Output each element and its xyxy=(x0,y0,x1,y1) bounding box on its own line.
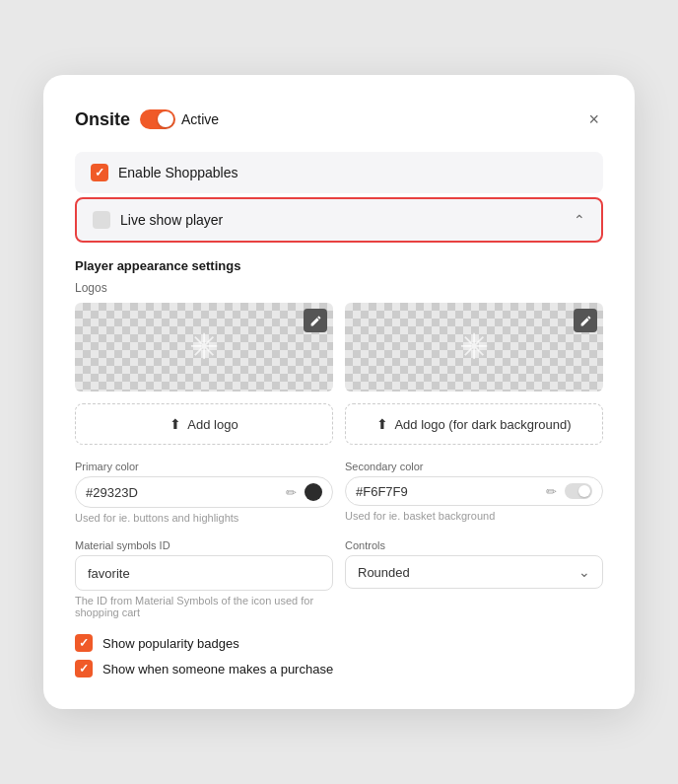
show-popularity-row[interactable]: Show popularity badges xyxy=(75,634,603,652)
controls-value: Rounded xyxy=(358,565,410,580)
controls-field: Controls Rounded ⌄ xyxy=(345,539,603,618)
show-purchase-checkbox[interactable] xyxy=(75,660,93,677)
show-popularity-checkbox[interactable] xyxy=(75,634,93,652)
add-logo-dark-label: Add logo (for dark background) xyxy=(394,417,571,432)
primary-color-label: Primary color xyxy=(75,461,333,472)
live-show-player-row[interactable]: Live show player ⌃ xyxy=(75,197,603,243)
edit-logo-light-button[interactable] xyxy=(304,309,327,332)
pencil-icon-secondary: ✏ xyxy=(546,484,557,499)
checkboxes-section: Show popularity badges Show when someone… xyxy=(75,634,603,677)
modal: Onsite Active × Enable Shoppables Live s… xyxy=(43,75,635,709)
modal-title: Onsite xyxy=(75,109,130,130)
show-popularity-label: Show popularity badges xyxy=(102,636,239,651)
settings-title: Player appearance settings xyxy=(75,258,603,273)
upload-icon: ⬆ xyxy=(170,416,181,432)
enable-shoppables-label: Enable Shoppables xyxy=(118,165,587,180)
material-symbols-label: Material symbols ID xyxy=(75,539,333,551)
add-logo-label: Add logo xyxy=(187,417,237,432)
active-toggle[interactable]: Active xyxy=(140,109,219,129)
upload-dark-icon: ⬆ xyxy=(376,416,388,432)
header-left: Onsite Active xyxy=(75,109,219,130)
secondary-color-label: Secondary color xyxy=(345,461,603,472)
secondary-color-hint: Used for ie. basket background xyxy=(345,510,603,522)
toggle-mini-thumb xyxy=(578,485,590,497)
material-symbols-field: Material symbols ID favorite The ID from… xyxy=(75,539,333,618)
chevron-up-icon: ⌃ xyxy=(574,212,585,228)
controls-label: Controls xyxy=(345,539,603,551)
logos-row: ✳ ✳ xyxy=(75,303,603,392)
toggle-thumb xyxy=(158,111,173,127)
material-symbols-hint: The ID from Material Symbols of the icon… xyxy=(75,595,333,618)
snowflake-icon-dark: ✳ xyxy=(459,326,489,368)
add-logo-dark-button[interactable]: ⬆ Add logo (for dark background) xyxy=(345,403,603,445)
live-show-label: Live show player xyxy=(120,212,564,228)
bottom-fields-row: Material symbols ID favorite The ID from… xyxy=(75,539,603,618)
toggle-track[interactable] xyxy=(140,109,175,129)
active-label: Active xyxy=(181,111,219,127)
primary-color-hint: Used for ie. buttons and highlights xyxy=(75,512,333,524)
logo-preview-dark: ✳ xyxy=(345,303,603,392)
player-settings: Player appearance settings Logos ✳ ✳ xyxy=(75,258,603,677)
primary-color-field: Primary color #29323D ✏ Used for ie. but… xyxy=(75,461,333,524)
live-show-checkbox[interactable] xyxy=(93,211,110,229)
pencil-icon-dark xyxy=(579,315,592,327)
secondary-color-input[interactable]: #F6F7F9 ✏ xyxy=(345,476,603,506)
pencil-icon xyxy=(309,315,322,327)
colors-row: Primary color #29323D ✏ Used for ie. but… xyxy=(75,461,603,524)
enable-shoppables-checkbox[interactable] xyxy=(91,164,108,181)
pencil-icon-primary: ✏ xyxy=(286,485,297,500)
primary-color-input[interactable]: #29323D ✏ xyxy=(75,476,333,508)
material-symbols-input[interactable]: favorite xyxy=(75,555,333,591)
chevron-down-icon: ⌄ xyxy=(578,564,590,580)
logo-preview-light: ✳ xyxy=(75,303,333,392)
add-logo-row: ⬆ Add logo ⬆ Add logo (for dark backgrou… xyxy=(75,403,603,445)
close-button[interactable]: × xyxy=(584,107,603,132)
edit-logo-dark-button[interactable] xyxy=(574,309,597,332)
secondary-color-value: #F6F7F9 xyxy=(356,484,538,499)
checkerboard-dark: ✳ xyxy=(345,303,603,392)
enable-shoppables-row[interactable]: Enable Shoppables xyxy=(75,152,603,193)
modal-header: Onsite Active × xyxy=(75,107,603,132)
checkerboard-light: ✳ xyxy=(75,303,333,392)
snowflake-icon-light: ✳ xyxy=(189,326,219,368)
primary-color-value: #29323D xyxy=(86,485,278,500)
show-purchase-label: Show when someone makes a purchase xyxy=(102,662,333,677)
material-symbols-value: favorite xyxy=(88,566,130,581)
show-purchase-row[interactable]: Show when someone makes a purchase xyxy=(75,660,603,677)
color-swatch-dark xyxy=(305,483,322,501)
secondary-color-field: Secondary color #F6F7F9 ✏ Used for ie. b… xyxy=(345,461,603,524)
logos-label: Logos xyxy=(75,281,603,295)
secondary-color-toggle[interactable] xyxy=(565,483,592,499)
controls-select[interactable]: Rounded ⌄ xyxy=(345,555,603,589)
add-logo-button[interactable]: ⬆ Add logo xyxy=(75,403,333,445)
